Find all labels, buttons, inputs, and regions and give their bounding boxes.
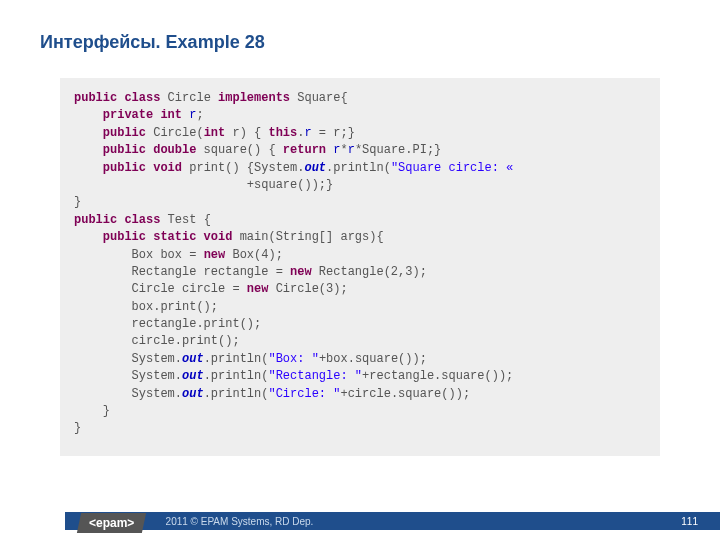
- code: print() {System.: [182, 161, 304, 175]
- code: private int: [74, 108, 182, 122]
- code: int: [204, 126, 226, 140]
- code: new: [204, 248, 226, 262]
- code: this: [268, 126, 297, 140]
- slide: Интерфейсы. Example 28 public class Circ…: [0, 0, 720, 540]
- code: public static void: [74, 230, 232, 244]
- code: Box box =: [74, 248, 204, 262]
- code: Box(4);: [225, 248, 283, 262]
- code: .println(: [204, 387, 269, 401]
- code: "Box: ": [268, 352, 318, 366]
- code: *Square.PI;}: [355, 143, 441, 157]
- code: r: [348, 143, 355, 157]
- code: Circle circle =: [74, 282, 247, 296]
- code: +square());}: [74, 178, 333, 192]
- code: main(String[] args){: [232, 230, 383, 244]
- code: +rectangle.square());: [362, 369, 513, 383]
- code: out: [182, 352, 204, 366]
- code: rectangle.print();: [74, 317, 261, 331]
- code: .println(: [204, 352, 269, 366]
- code: System.: [74, 352, 182, 366]
- code-block: public class Circle implements Square{ p…: [60, 78, 660, 456]
- code: Rectangle(2,3);: [312, 265, 427, 279]
- code: ;: [196, 108, 203, 122]
- code: Square{: [290, 91, 348, 105]
- code: }: [74, 404, 110, 418]
- code: System.: [74, 369, 182, 383]
- code: Circle: [160, 91, 218, 105]
- footer: <epam> 2011 © EPAM Systems, RD Dep. 111: [0, 504, 720, 540]
- code: out: [182, 369, 204, 383]
- code: Circle(: [146, 126, 204, 140]
- code: new: [290, 265, 312, 279]
- page-number: 111: [681, 516, 698, 527]
- code: Circle(3);: [268, 282, 347, 296]
- code: Rectangle rectangle =: [74, 265, 290, 279]
- code: +box.square());: [319, 352, 427, 366]
- epam-logo: <epam>: [77, 513, 147, 533]
- code: new: [247, 282, 269, 296]
- page-title: Интерфейсы. Example 28: [40, 32, 265, 53]
- code: implements: [218, 91, 290, 105]
- code: return: [283, 143, 326, 157]
- code: out: [182, 387, 204, 401]
- code: "Square circle: «: [391, 161, 513, 175]
- code: public class: [74, 213, 160, 227]
- code: public: [74, 126, 146, 140]
- code: System.: [74, 387, 182, 401]
- code: .println(: [204, 369, 269, 383]
- footer-bar: [65, 512, 720, 530]
- code: box.print();: [74, 300, 218, 314]
- code: "Circle: ": [268, 387, 340, 401]
- code: r: [304, 126, 311, 140]
- code: public class: [74, 91, 160, 105]
- code: "Rectangle: ": [268, 369, 362, 383]
- code: public void: [74, 161, 182, 175]
- code: r) {: [225, 126, 268, 140]
- code: *: [340, 143, 347, 157]
- footer-copyright: 2011 © EPAM Systems, RD Dep.: [166, 516, 314, 527]
- code: square() {: [196, 143, 282, 157]
- code: +circle.square());: [340, 387, 470, 401]
- code: Test {: [160, 213, 210, 227]
- code: }: [74, 421, 81, 435]
- code: }: [74, 195, 81, 209]
- code: = r;}: [312, 126, 355, 140]
- code: .println(: [326, 161, 391, 175]
- code: out: [304, 161, 326, 175]
- code: public double: [74, 143, 196, 157]
- code: circle.print();: [74, 334, 240, 348]
